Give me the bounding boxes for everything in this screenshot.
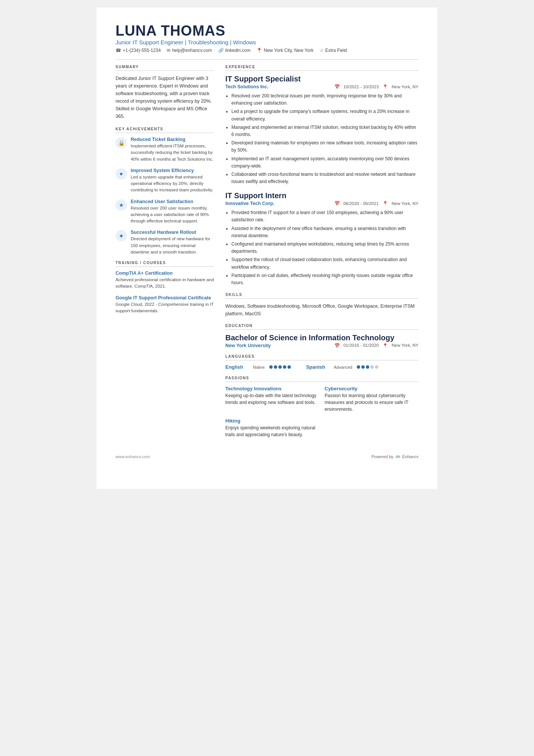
passion-3: Hiking Enjoys spending weekends explorin… — [225, 418, 319, 438]
job-1-bullet-1: Resolved over 200 technical issues per m… — [231, 92, 418, 107]
dot-es-3 — [366, 365, 369, 369]
achievement-title-2: Improved System Efficiency — [131, 168, 214, 173]
languages-label: LANGUAGES — [225, 354, 418, 358]
achievement-icon-4: ★ — [116, 230, 127, 241]
achievement-item-3: ★ Enhanced User Satisfaction Resolved ov… — [116, 199, 214, 225]
link-icon: 🔗 — [218, 48, 224, 53]
achievement-content-1: Reduced Ticket Backlog Implemented effic… — [131, 137, 214, 163]
passions-label: PASSIONS — [225, 376, 418, 380]
skills-section: SKILLS Windows, Software troubleshooting… — [225, 293, 418, 318]
passions-hr — [225, 382, 418, 382]
training-item-2: Google IT Support Professional Certifica… — [116, 295, 214, 315]
job-1-bullet-5: Implemented an IT asset management syste… — [231, 155, 418, 170]
job-2-date: 06/2020 - 09/2021 — [344, 201, 379, 206]
dot-es-1 — [357, 365, 360, 369]
achievement-icon-3: ★ — [116, 199, 127, 211]
job-1-bullet-3: Managed and implemented an internal ITSM… — [231, 124, 418, 138]
education-hr — [225, 329, 418, 330]
phone-value: +1-(234)-555-1234 — [123, 48, 161, 53]
resume-page: LUNA THOMAS Junior IT Support Engineer |… — [97, 8, 437, 489]
job-2-company: Innovative Tech Corp. — [225, 201, 275, 206]
summary-label: SUMMARY — [116, 65, 214, 69]
experience-section: EXPERIENCE IT Support Specialist Tech So… — [225, 65, 418, 286]
calendar-icon-edu: 📅 — [334, 343, 340, 348]
footer: www.enhancv.com Powered by ∞ Enhancv — [116, 449, 418, 460]
job-2-bullets: Provided frontline IT support for a team… — [225, 209, 418, 286]
achievement-item-2: ♥ Improved System Efficiency Led a syste… — [116, 168, 214, 194]
linkedin-contact: 🔗 linkedin.com — [218, 48, 251, 53]
job-1-date-loc: 📅 10/2021 - 10/2023 📍 New York, NY — [334, 84, 418, 89]
location-contact: 📍 New York City, New York — [256, 48, 313, 53]
training-hr — [116, 266, 214, 267]
dot-en-4 — [283, 365, 286, 369]
achievement-item-1: 🔒 Reduced Ticket Backlog Implemented eff… — [116, 137, 214, 163]
extra-field-value: Extra Field — [325, 48, 347, 53]
lang-spanish-name: Spanish — [306, 364, 331, 370]
edu-degree: Bachelor of Science in Information Techn… — [225, 333, 418, 342]
job-2: IT Support Intern Innovative Tech Corp. … — [225, 191, 418, 286]
job-2-meta: Innovative Tech Corp. 📅 06/2020 - 09/202… — [225, 201, 418, 206]
star-icon: ☆ — [320, 48, 324, 53]
job-2-title: IT Support Intern — [225, 191, 418, 200]
lang-spanish-dots — [357, 365, 378, 369]
job-2-bullet-4: Supported the rollout of cloud-based col… — [231, 256, 418, 271]
key-achievements-section: KEY ACHIEVEMENTS 🔒 Reduced Ticket Backlo… — [116, 127, 214, 255]
phone-icon: ☎ — [116, 48, 121, 53]
achievement-desc-3: Resolved over 200 user issues monthly, a… — [131, 205, 214, 225]
job-2-bullet-2: Assisted in the deployment of new office… — [231, 225, 418, 239]
lang-english-name: English — [225, 364, 250, 370]
training-title-1: CompTIA A+ Certification — [116, 271, 214, 276]
dot-es-5 — [375, 365, 378, 369]
experience-label: EXPERIENCE — [225, 65, 418, 69]
lang-english-level: Native — [253, 365, 265, 369]
summary-section: SUMMARY Dedicated Junior IT Support Engi… — [116, 65, 214, 120]
lang-spanish-level: Advanced — [334, 365, 352, 369]
achievement-item-4: ★ Successful Hardware Rollout Directed d… — [116, 230, 214, 255]
job-2-date-loc: 📅 06/2020 - 09/2021 📍 New York, NY — [334, 201, 418, 206]
passion-1: Technology Innovations Keeping up-to-dat… — [225, 386, 319, 413]
passion-2-desc: Passion for learning about cybersecurity… — [325, 392, 418, 413]
dot-en-2 — [274, 365, 277, 369]
left-column: SUMMARY Dedicated Junior IT Support Engi… — [116, 65, 214, 438]
lang-english-dots — [269, 365, 291, 369]
phone-contact: ☎ +1-(234)-555-1234 — [116, 48, 161, 53]
header: LUNA THOMAS Junior IT Support Engineer |… — [116, 23, 418, 59]
pin-icon-edu: 📍 — [383, 343, 388, 348]
dot-en-5 — [287, 365, 291, 369]
candidate-subtitle: Junior IT Support Engineer | Troubleshoo… — [116, 39, 418, 45]
edu-location: New York, NY — [392, 343, 418, 348]
summary-hr — [116, 70, 214, 71]
achievement-title-3: Enhanced User Satisfaction — [131, 199, 214, 204]
calendar-icon-1: 📅 — [334, 84, 340, 89]
right-column: EXPERIENCE IT Support Specialist Tech So… — [225, 65, 418, 438]
location-value: New York City, New York — [264, 48, 313, 53]
job-1-location: New York, NY — [392, 85, 418, 89]
lang-english: English Native — [225, 364, 291, 370]
job-2-bullet-3: Configured and maintained employee works… — [231, 241, 418, 255]
passion-3-desc: Enjoys spending weekends exploring natur… — [225, 424, 319, 438]
passions-grid: Technology Innovations Keeping up-to-dat… — [225, 386, 418, 438]
job-1-bullet-2: Led a project to upgrade the company's s… — [231, 108, 418, 122]
email-contact: ✉ help@enhancv.com — [167, 48, 212, 53]
linkedin-value: linkedin.com — [225, 48, 251, 53]
dot-es-2 — [361, 365, 365, 369]
passion-3-title: Hiking — [225, 418, 319, 424]
passion-2-title: Cybersecurity — [325, 386, 418, 391]
job-2-bullet-1: Provided frontline IT support for a team… — [231, 209, 418, 224]
achievement-desc-1: Implemented efficient ITSM processes, su… — [131, 143, 214, 163]
job-1: IT Support Specialist Tech Solutions Inc… — [225, 75, 418, 185]
location-icon: 📍 — [256, 48, 262, 53]
languages-row: English Native Spanish Advance — [225, 364, 418, 370]
education-section: EDUCATION Bachelor of Science in Informa… — [225, 324, 418, 348]
edu-date: 01/2016 - 01/2020 — [344, 343, 379, 348]
calendar-icon-2: 📅 — [334, 201, 340, 206]
extra-field-contact: ☆ Extra Field — [320, 48, 347, 53]
job-1-date: 10/2021 - 10/2023 — [344, 85, 379, 89]
achievement-desc-4: Directed deployment of new hardware for … — [131, 236, 214, 255]
job-1-bullet-4: Developed training materials for employe… — [231, 139, 418, 154]
passion-2: Cybersecurity Passion for learning about… — [325, 386, 418, 413]
main-content: SUMMARY Dedicated Junior IT Support Engi… — [116, 65, 418, 438]
header-divider — [116, 59, 418, 59]
achievement-icon-2: ♥ — [116, 168, 127, 180]
dot-en-1 — [269, 365, 273, 369]
